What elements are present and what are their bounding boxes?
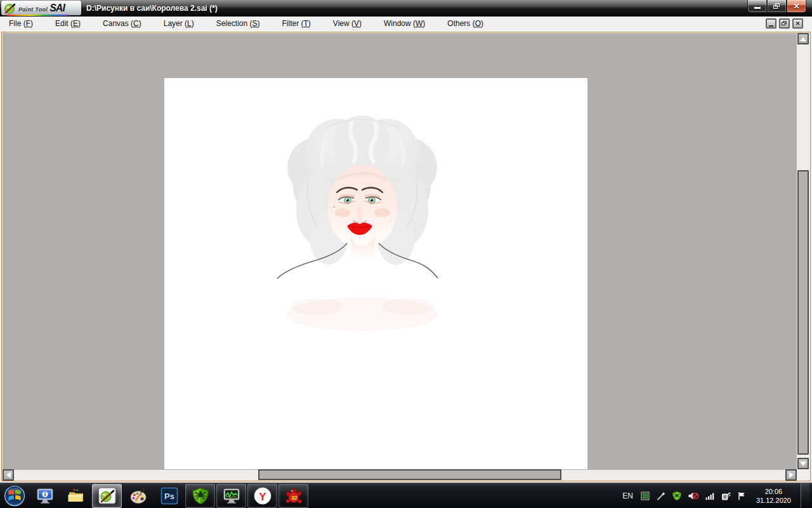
titlebar[interactable]: Paint Tool SAI D:\Рисунки в саи\Королева… [0, 0, 812, 17]
menu-window[interactable]: Window (W) [377, 17, 431, 30]
minimize-icon [754, 7, 761, 9]
taskbar-paint-palette[interactable] [123, 484, 153, 508]
mdi-close-icon: ✕ [796, 21, 801, 27]
paint-tool-sai-window: Paint Tool SAI D:\Рисунки в саи\Королева… [0, 0, 812, 508]
brand-sai: SAI [49, 3, 65, 14]
network-signal-icon[interactable] [705, 491, 715, 501]
language-indicator[interactable]: EN [621, 491, 634, 500]
menu-filter[interactable]: Filter (T) [276, 17, 317, 30]
monitor-info-icon [36, 486, 55, 505]
document-area [0, 31, 812, 483]
arrow-down-icon [800, 462, 806, 466]
taskbar-drweb[interactable] [185, 484, 215, 508]
brand-paint-tool: Paint Tool [18, 6, 48, 13]
menu-canvas[interactable]: Canvas (C) [96, 17, 148, 30]
clock-time: 20:06 [756, 487, 791, 496]
close-button[interactable]: ✕ [787, 0, 806, 13]
yandex-y-label: Y [259, 490, 266, 502]
clock[interactable]: 20:06 31.12.2020 [752, 487, 795, 505]
horizontal-scroll-thumb[interactable] [258, 469, 561, 480]
mdi-close-button[interactable]: ✕ [792, 18, 803, 29]
taskbar-yandex-browser[interactable]: Y [247, 484, 277, 508]
taskbar-system-info[interactable] [30, 484, 60, 508]
arrow-right-icon [789, 472, 794, 478]
taskbar: Ps [0, 483, 812, 508]
red-creature-icon: 32 [284, 486, 303, 505]
menu-edit[interactable]: Edit (E) [49, 17, 87, 30]
monitor-graph-icon [222, 486, 241, 505]
system-tray: EN [621, 483, 812, 508]
photoshop-ps-label: Ps [164, 491, 174, 501]
drweb-tray-shield-icon[interactable] [672, 491, 682, 501]
menu-file[interactable]: File (F) [3, 17, 39, 30]
scroll-right-button[interactable] [785, 469, 797, 481]
rainbow-underline [6, 15, 69, 16]
sai-app-icon [98, 486, 117, 505]
clock-date: 31.12.2020 [756, 496, 791, 505]
window-controls: ✕ [747, 0, 806, 13]
taskbar-explorer[interactable] [61, 484, 91, 508]
photoshop-ps-icon: Ps [160, 486, 179, 505]
taskbar-red-creature[interactable]: 32 [278, 484, 308, 508]
folder-icon [67, 486, 86, 505]
taskbar-photoshop[interactable]: Ps [154, 484, 184, 508]
menu-selection[interactable]: Selection (S) [210, 17, 266, 30]
restore-icon [773, 3, 780, 10]
mdi-minimize-button[interactable] [766, 18, 776, 29]
action-center-flag-icon[interactable] [737, 491, 747, 501]
vertical-scroll-thumb[interactable] [797, 170, 809, 455]
taskbar-system-monitor[interactable] [216, 484, 246, 508]
app-logo: Paint Tool SAI [1, 1, 81, 15]
taskbar-paint-tool-sai[interactable] [92, 484, 122, 508]
horizontal-scrollbar[interactable] [3, 470, 797, 480]
safely-remove-hardware-icon[interactable] [721, 491, 731, 501]
menubar: File (F)Edit (E)Canvas (C)Layer (L)Selec… [0, 17, 812, 31]
menu-others[interactable]: Others (O) [441, 17, 490, 30]
mdi-restore-icon [782, 21, 787, 26]
scroll-left-button[interactable] [3, 469, 14, 481]
menu-layer[interactable]: Layer (L) [157, 17, 200, 30]
punto-switcher-wand-icon[interactable] [656, 491, 666, 501]
mdi-minimize-icon [769, 25, 773, 27]
vertical-scrollbar[interactable] [797, 33, 809, 469]
document-frame [1, 32, 811, 481]
window-title: D:\Рисунки в саи\Королева 2.sai (*) [86, 4, 218, 13]
arrow-left-icon [6, 472, 11, 478]
show-desktop-button[interactable] [801, 483, 809, 508]
arrow-up-icon [800, 37, 806, 41]
volume-muted-icon[interactable] [688, 491, 699, 501]
menu-view[interactable]: View (V) [327, 17, 368, 30]
palette-icon [129, 486, 148, 505]
mdi-restore-button[interactable] [779, 18, 790, 29]
minimize-button[interactable] [747, 0, 767, 13]
drweb-spider-shield-icon [191, 486, 210, 505]
workspace-background [3, 33, 797, 470]
scroll-up-button[interactable] [797, 33, 809, 44]
restore-button[interactable] [767, 0, 787, 13]
mdi-window-controls: ✕ [766, 18, 803, 29]
neck-shape [286, 237, 438, 331]
badge-32: 32 [291, 495, 298, 501]
artwork-portrait [164, 78, 587, 469]
close-icon: ✕ [793, 3, 799, 10]
scroll-down-button[interactable] [797, 458, 809, 469]
taskbar-start[interactable] [0, 483, 29, 508]
tablet-grid-icon[interactable] [640, 491, 650, 501]
yandex-y-icon: Y [253, 486, 272, 505]
sai-lime-brush-icon [4, 2, 16, 15]
drawing-canvas[interactable] [164, 78, 587, 469]
windows-start-orb-icon [3, 485, 26, 507]
